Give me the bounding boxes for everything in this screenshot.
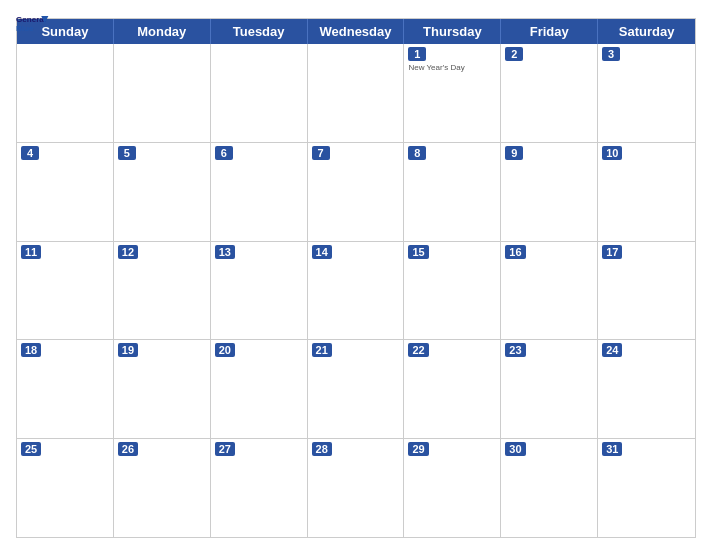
day-header-saturday: Saturday: [598, 19, 695, 44]
day-cell-empty-2: [211, 44, 308, 142]
week-row-1: 1New Year's Day23: [17, 44, 695, 143]
day-cell-20: 20: [211, 340, 308, 438]
day-number: 2: [505, 47, 523, 61]
day-cell-12: 12: [114, 242, 211, 340]
day-number: 20: [215, 343, 235, 357]
day-cell-22: 22: [404, 340, 501, 438]
day-header-friday: Friday: [501, 19, 598, 44]
day-number: 17: [602, 245, 622, 259]
day-cell-14: 14: [308, 242, 405, 340]
day-cell-31: 31: [598, 439, 695, 537]
page: General Blue SundayMondayTuesdayWednesda…: [0, 0, 712, 550]
day-header-wednesday: Wednesday: [308, 19, 405, 44]
day-cell-28: 28: [308, 439, 405, 537]
day-cell-24: 24: [598, 340, 695, 438]
day-cell-10: 10: [598, 143, 695, 241]
day-cell-19: 19: [114, 340, 211, 438]
day-cell-26: 26: [114, 439, 211, 537]
day-cell-9: 9: [501, 143, 598, 241]
calendar-body: 1New Year's Day2345678910111213141516171…: [17, 44, 695, 537]
day-cell-30: 30: [501, 439, 598, 537]
day-number: 15: [408, 245, 428, 259]
day-number: 5: [118, 146, 136, 160]
day-number: 14: [312, 245, 332, 259]
day-number: 18: [21, 343, 41, 357]
day-cell-23: 23: [501, 340, 598, 438]
day-number: 22: [408, 343, 428, 357]
day-number: 19: [118, 343, 138, 357]
day-cell-8: 8: [404, 143, 501, 241]
svg-text:Blue: Blue: [16, 24, 34, 33]
day-cell-6: 6: [211, 143, 308, 241]
day-cell-11: 11: [17, 242, 114, 340]
day-cell-empty-3: [308, 44, 405, 142]
day-number: 24: [602, 343, 622, 357]
day-number: 1: [408, 47, 426, 61]
day-cell-27: 27: [211, 439, 308, 537]
day-number: 6: [215, 146, 233, 160]
logo: General Blue: [16, 12, 52, 40]
day-cell-18: 18: [17, 340, 114, 438]
day-cell-4: 4: [17, 143, 114, 241]
day-cell-29: 29: [404, 439, 501, 537]
calendar: SundayMondayTuesdayWednesdayThursdayFrid…: [16, 18, 696, 538]
day-number: 30: [505, 442, 525, 456]
day-cell-3: 3: [598, 44, 695, 142]
day-header-tuesday: Tuesday: [211, 19, 308, 44]
day-cell-empty-1: [114, 44, 211, 142]
day-number: 7: [312, 146, 330, 160]
day-number: 9: [505, 146, 523, 160]
week-row-5: 25262728293031: [17, 439, 695, 537]
day-number: 25: [21, 442, 41, 456]
day-header-monday: Monday: [114, 19, 211, 44]
day-number: 31: [602, 442, 622, 456]
day-number: 27: [215, 442, 235, 456]
day-number: 26: [118, 442, 138, 456]
day-number: 13: [215, 245, 235, 259]
day-number: 16: [505, 245, 525, 259]
day-cell-21: 21: [308, 340, 405, 438]
day-cell-7: 7: [308, 143, 405, 241]
week-row-4: 18192021222324: [17, 340, 695, 439]
logo-icon: General Blue: [16, 12, 52, 40]
day-header-thursday: Thursday: [404, 19, 501, 44]
week-row-2: 45678910: [17, 143, 695, 242]
day-cell-13: 13: [211, 242, 308, 340]
day-headers: SundayMondayTuesdayWednesdayThursdayFrid…: [17, 19, 695, 44]
day-cell-16: 16: [501, 242, 598, 340]
day-cell-15: 15: [404, 242, 501, 340]
week-row-3: 11121314151617: [17, 242, 695, 341]
day-number: 4: [21, 146, 39, 160]
day-cell-2: 2: [501, 44, 598, 142]
day-cell-5: 5: [114, 143, 211, 241]
day-number: 12: [118, 245, 138, 259]
day-number: 23: [505, 343, 525, 357]
day-number: 10: [602, 146, 622, 160]
day-number: 21: [312, 343, 332, 357]
day-number: 11: [21, 245, 41, 259]
holiday-label: New Year's Day: [408, 63, 496, 73]
day-cell-17: 17: [598, 242, 695, 340]
day-cell-empty-0: [17, 44, 114, 142]
day-cell-25: 25: [17, 439, 114, 537]
day-number: 29: [408, 442, 428, 456]
day-number: 28: [312, 442, 332, 456]
day-cell-1: 1New Year's Day: [404, 44, 501, 142]
day-number: 3: [602, 47, 620, 61]
day-number: 8: [408, 146, 426, 160]
